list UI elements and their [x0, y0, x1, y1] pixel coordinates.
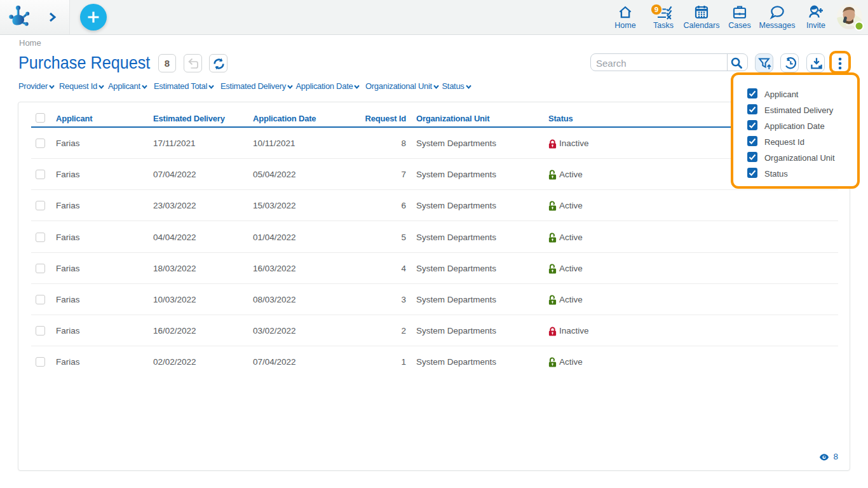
- svg-text:9: 9: [654, 5, 659, 13]
